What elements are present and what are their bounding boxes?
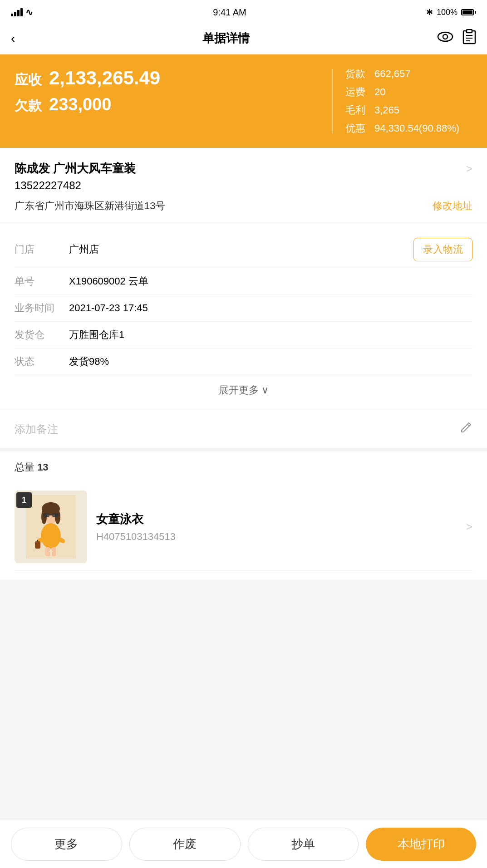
customer-address: 广东省广州市海珠区新港街道13号	[15, 199, 165, 213]
print-button[interactable]: 本地打印	[366, 828, 476, 861]
bottom-bar: 更多 作废 抄单 本地打印	[0, 820, 487, 868]
product-code: H4075103134513	[96, 531, 457, 543]
clipboard-icon[interactable]	[462, 29, 476, 48]
status-time: 9:41 AM	[213, 7, 246, 18]
more-button[interactable]: 更多	[11, 828, 122, 861]
expand-button[interactable]: 展开更多 ∨	[15, 375, 472, 401]
svg-rect-22	[52, 547, 56, 556]
product-name: 女童泳衣	[96, 511, 457, 527]
info-value-time: 2021-07-23 17:45	[69, 302, 472, 314]
detail-row-2: 毛利 3,265	[345, 103, 472, 117]
svg-rect-21	[45, 547, 50, 556]
bluetooth-icon: ✱	[426, 7, 433, 17]
receivable-label: 应收	[15, 71, 42, 89]
customer-address-row: 广东省广州市海珠区新港街道13号 修改地址	[15, 199, 472, 213]
summary-right: 货款 662,657 运费 20 毛利 3,265 优惠 94,330.54(9…	[345, 67, 472, 135]
product-num-badge: 1	[16, 492, 32, 508]
eye-icon[interactable]	[437, 31, 453, 46]
total-row: 总量 13	[15, 461, 472, 474]
info-section: 门店 广州店 录入物流 单号 X190609002 云单 业务时间 2021-0…	[0, 222, 487, 410]
receivable-row: 应收 2,133,265.49	[15, 67, 320, 89]
expand-label: 展开更多	[219, 383, 259, 397]
detail-label-3: 优惠	[345, 122, 369, 135]
debt-label: 欠款	[15, 97, 42, 115]
void-button[interactable]: 作废	[129, 828, 241, 861]
product-info: 女童泳衣 H4075103134513	[96, 511, 457, 543]
nav-bar: ‹ 单据详情	[0, 23, 487, 54]
summary-card: 应收 2,133,265.49 欠款 233,000 货款 662,657 运费…	[0, 54, 487, 148]
product-section: 总量 13	[0, 451, 487, 580]
total-label: 总量	[15, 461, 34, 473]
info-label-warehouse: 发货仓	[15, 328, 69, 342]
summary-left: 应收 2,133,265.49 欠款 233,000	[15, 67, 320, 135]
info-label-status: 状态	[15, 355, 69, 368]
svg-line-7	[467, 424, 469, 426]
signal-area: ∿	[11, 7, 33, 18]
wifi-icon: ∿	[25, 7, 33, 18]
debt-row: 欠款 233,000	[15, 95, 320, 115]
status-bar: ∿ 9:41 AM ✱ 100%	[0, 0, 487, 23]
svg-rect-19	[35, 541, 40, 549]
battery-icon	[461, 9, 476, 15]
detail-value-2: 3,265	[374, 104, 399, 116]
detail-value-3: 94,330.54(90.88%)	[374, 123, 459, 134]
notes-section: 添加备注	[0, 410, 487, 451]
detail-value-0: 662,657	[374, 68, 411, 80]
info-row-status: 状态 发货98%	[15, 348, 472, 375]
info-label-order: 单号	[15, 275, 69, 288]
customer-phone: 13522227482	[15, 179, 472, 192]
customer-name: 陈成发 广州大风车童装	[15, 161, 136, 177]
info-value-store: 广州店	[69, 243, 413, 256]
svg-rect-3	[467, 29, 472, 33]
info-label-time: 业务时间	[15, 301, 69, 315]
info-value-order: X190609002 云单	[69, 275, 472, 288]
product-chevron-icon: >	[466, 520, 472, 533]
detail-value-1: 20	[374, 86, 385, 98]
detail-row-1: 运费 20	[345, 85, 472, 99]
battery-percent: 100%	[437, 8, 457, 17]
customer-section: 陈成发 广州大风车童装 > 13522227482 广东省广州市海珠区新港街道1…	[0, 148, 487, 222]
product-thumb-wrap: 1	[15, 490, 87, 563]
logistics-button[interactable]: 录入物流	[413, 238, 472, 261]
expand-chevron-icon: ∨	[261, 384, 269, 396]
info-row-order: 单号 X190609002 云单	[15, 268, 472, 295]
copy-button[interactable]: 抄单	[248, 828, 359, 861]
total-count: 13	[37, 461, 48, 473]
info-row-store: 门店 广州店 录入物流	[15, 231, 472, 268]
svg-point-9	[41, 523, 61, 549]
receivable-value: 2,133,265.49	[49, 67, 160, 89]
info-row-warehouse: 发货仓 万胜围仓库1	[15, 322, 472, 348]
status-right: ✱ 100%	[426, 7, 476, 17]
info-value-warehouse: 万胜围仓库1	[69, 328, 472, 342]
svg-rect-14	[43, 513, 49, 517]
svg-point-0	[438, 32, 453, 41]
detail-row-0: 货款 662,657	[345, 67, 472, 81]
detail-label-0: 货款	[345, 67, 369, 81]
info-row-time: 业务时间 2021-07-23 17:45	[15, 295, 472, 322]
svg-point-1	[443, 34, 448, 39]
nav-actions	[437, 29, 476, 48]
page-title: 单据详情	[202, 30, 250, 46]
customer-chevron-icon[interactable]: >	[466, 162, 472, 175]
product-item-0[interactable]: 1 女童泳衣 H4075103134513 >	[15, 483, 472, 571]
edit-address-button[interactable]: 修改地址	[433, 199, 472, 213]
info-label-store: 门店	[15, 243, 69, 256]
signal-icon	[11, 8, 23, 16]
debt-value: 233,000	[49, 95, 111, 114]
detail-label-2: 毛利	[345, 103, 369, 117]
notes-placeholder[interactable]: 添加备注	[15, 422, 58, 436]
back-button[interactable]: ‹	[11, 31, 15, 46]
svg-rect-15	[52, 513, 59, 517]
summary-divider	[332, 69, 333, 133]
info-value-status: 发货98%	[69, 355, 472, 368]
customer-name-row[interactable]: 陈成发 广州大风车童装 >	[15, 161, 472, 177]
detail-label-1: 运费	[345, 85, 369, 99]
notes-edit-icon[interactable]	[460, 421, 472, 437]
detail-row-3: 优惠 94,330.54(90.88%)	[345, 122, 472, 135]
